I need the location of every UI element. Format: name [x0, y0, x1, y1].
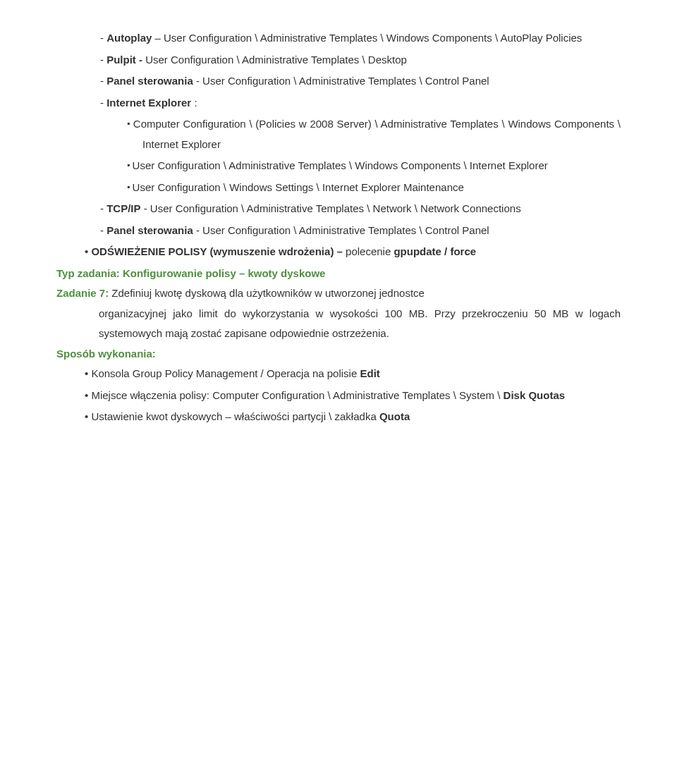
text-autoplay: – User Configuration \ Administrative Te…	[155, 32, 583, 44]
bold-panel2: Panel sterowania	[106, 224, 193, 236]
bold-diskquotas: Disk Quotas	[504, 389, 566, 401]
bold-edit: Edit	[360, 367, 379, 379]
zadanie-7-continued: organizacyjnej jako limit do wykorzystan…	[56, 304, 621, 344]
list-item-ie-sub2: User Configuration \ Administrative Temp…	[127, 156, 621, 176]
bold-ie: Internet Explorer	[106, 97, 191, 109]
zadanie-7-text: Zdefiniuj kwotę dyskową dla użytkowników…	[111, 287, 425, 299]
list-item-odswiez: ODŚWIEŻENIE POLISY (wymuszenie wdrożenia…	[85, 242, 621, 262]
list-item-tcpip: TCP/IP - User Configuration \ Administra…	[99, 199, 621, 219]
list-item-ustawienie: Ustawienie kwot dyskowych – właściwości …	[85, 407, 621, 427]
list-item-panel1: Panel sterowania - User Configuration \ …	[99, 71, 621, 92]
list-item-miejsce: Miejsce włączenia polisy: Computer Confi…	[85, 386, 621, 406]
document-page: Autoplay – User Configuration \ Administ…	[0, 0, 677, 457]
text-ustawienie: Ustawienie kwot dyskowych – właściwości …	[91, 410, 379, 422]
list-item-ie: Internet Explorer :	[99, 93, 621, 114]
list-item-autoplay: Autoplay – User Configuration \ Administ…	[99, 28, 621, 49]
zadanie-7-label: Zadanie 7:	[56, 287, 111, 299]
bold-panel1: Panel sterowania	[106, 75, 193, 87]
bold-odswiez: ODŚWIEŻENIE POLISY (wymuszenie wdrożenia…	[91, 245, 342, 257]
bold-tcpip: TCP/IP	[106, 202, 140, 214]
text-ie-colon: :	[194, 97, 197, 109]
sposob-wykonania-heading: Sposób wykonania:	[56, 344, 621, 365]
text-panel1: - User Configuration \ Administrative Te…	[196, 75, 489, 87]
text-miejsce: Miejsce włączenia polisy: Computer Confi…	[91, 389, 503, 401]
list-item-pulpit: Pulpit - User Configuration \ Administra…	[99, 50, 621, 71]
text-pulpit: User Configuration \ Administrative Temp…	[145, 54, 407, 66]
bold-autoplay: Autoplay	[106, 32, 152, 44]
bold-pulpit: Pulpit -	[106, 54, 142, 66]
list-item-ie-sub1: Computer Configuration \ (Policies w 200…	[127, 114, 621, 154]
text-tcpip: - User Configuration \ Administrative Te…	[144, 202, 521, 214]
typ-zadania-heading: Typ zadania: Konfigurowanie polisy – kwo…	[56, 264, 621, 284]
bold-quota: Quota	[379, 410, 410, 422]
text-konsola: Konsola Group Policy Management / Operac…	[91, 367, 360, 379]
bold-gpupdate: gpupdate / force	[394, 245, 476, 257]
text-odswiez: polecenie	[346, 245, 394, 257]
zadanie-7-block: Zadanie 7: Zdefiniuj kwotę dyskową dla u…	[56, 283, 621, 344]
text-panel2: - User Configuration \ Administrative Te…	[196, 224, 489, 236]
list-item-konsola: Konsola Group Policy Management / Operac…	[85, 364, 621, 384]
list-item-ie-sub3: User Configuration \ Windows Settings \ …	[127, 178, 621, 198]
list-item-panel2: Panel sterowania - User Configuration \ …	[99, 221, 621, 241]
